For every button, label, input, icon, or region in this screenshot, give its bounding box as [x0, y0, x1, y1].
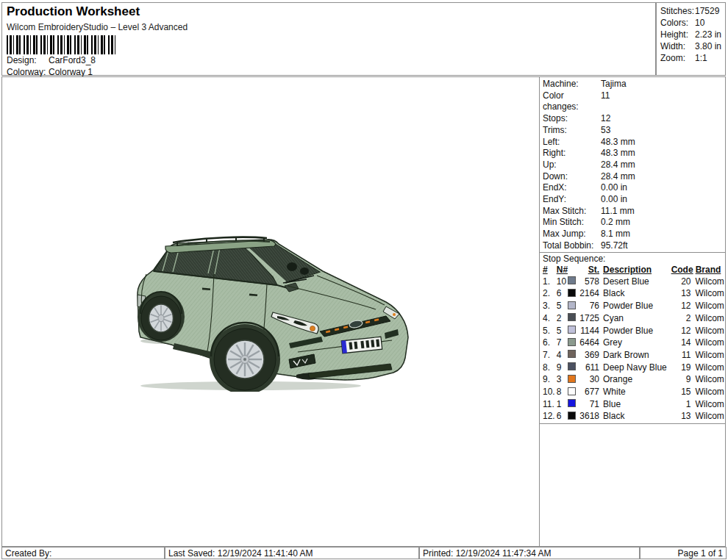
thread-description: White [599, 387, 671, 398]
thread-brand: Wilcom [691, 288, 726, 300]
machine-info-row: EndX: 0.00 in [543, 182, 726, 194]
thread-swatch-cell [568, 301, 577, 313]
machine-info-label: EndY: [543, 194, 601, 206]
thread-code: 20 [671, 276, 691, 288]
thread-code: 13 [671, 411, 691, 423]
stitch-count: 6464 [577, 337, 599, 349]
thread-description: Blue [599, 399, 671, 411]
stop-sequence-header: # N# St. Description Code Brand [543, 265, 726, 276]
machine-info-label: Up: [543, 159, 601, 171]
stop-sequence-row: 7. 4 369 Dark Brown 11 Wilcom [543, 349, 726, 362]
production-worksheet-page: Production Worksheet Wilcom EmbroiderySt… [0, 0, 728, 560]
stop-sequence-row: 11. 1 71 Blue 1 Wilcom [543, 398, 726, 411]
col-code: Code [671, 265, 691, 276]
page-title: Production Worksheet [7, 4, 140, 19]
machine-info-row: EndY: 0.00 in [543, 194, 726, 206]
summary-label: Stitches: [660, 5, 695, 17]
needle-number: 7 [557, 337, 568, 349]
machine-info-label: Down: [543, 171, 601, 183]
thread-swatch-cell [568, 337, 577, 350]
summary-row: Width: 3.80 in [660, 40, 725, 52]
thread-swatch-cell [568, 312, 577, 325]
stitch-count: 369 [577, 350, 599, 362]
summary-label: Colors: [660, 17, 695, 29]
machine-info-value: 0.00 in [601, 194, 627, 206]
thread-description: Cyan [599, 313, 671, 325]
thread-color-swatch [568, 313, 576, 321]
stop-sequence-row: 2. 6 2164 Black 13 Wilcom [543, 288, 726, 301]
col-description: Description [599, 265, 671, 276]
stitch-count: 30 [577, 374, 599, 386]
summary-value: 10 [695, 17, 704, 29]
summary-panel: Stitches: 17529 Colors: 10 Height: 2.23 … [656, 2, 726, 76]
needle-number: 8 [557, 387, 568, 398]
thread-swatch-cell [568, 362, 577, 374]
design-label: Design: [7, 55, 49, 66]
created-by-cell: Created By: [1, 547, 165, 559]
stitch-count: 71 [577, 399, 599, 411]
stop-sequence-row: 6. 7 6464 Grey 14 Wilcom [543, 337, 726, 350]
machine-info-row: Trims: 53 [543, 125, 726, 137]
thread-color-swatch [568, 375, 576, 383]
thread-swatch-cell [568, 411, 577, 423]
design-value: CarFord3_8 [49, 55, 96, 66]
thread-color-swatch [568, 338, 576, 346]
needle-number: 10 [557, 276, 568, 288]
front-wheel [214, 329, 276, 390]
thread-color-swatch [568, 301, 576, 309]
summary-label: Width: [660, 40, 695, 52]
thread-color-swatch [568, 289, 576, 297]
thread-swatch-cell [568, 387, 577, 399]
machine-info-label: Left: [543, 137, 601, 148]
needle-number: 5 [557, 301, 568, 312]
thread-brand: Wilcom [691, 350, 726, 362]
design-row: Design: CarFord3_8 [7, 55, 96, 66]
design-preview [133, 223, 416, 392]
thread-brand: Wilcom [691, 301, 726, 312]
thread-brand: Wilcom [691, 326, 726, 337]
machine-info-label: Color changes: [543, 90, 601, 113]
thread-brand: Wilcom [691, 362, 726, 374]
thread-color-swatch [568, 276, 576, 284]
machine-info-row: Min Stitch: 0.2 mm [543, 217, 726, 229]
col-stitches: St. [577, 265, 600, 276]
thread-color-swatch [568, 387, 576, 395]
thread-description: Powder Blue [599, 301, 671, 312]
stop-number: 7. [543, 350, 557, 362]
machine-info-row: Total Bobbin: 95.72ft [543, 240, 726, 252]
stop-sequence-row: 5. 5 1144 Powder Blue 12 Wilcom [543, 325, 726, 337]
machine-info-row: Machine: Tajima [543, 79, 726, 90]
machine-info-row: Left: 48.3 mm [543, 137, 726, 148]
machine-panel: Machine: Tajima Color changes: 11 Stops:… [539, 77, 726, 546]
machine-info-value: 11.1 mm [601, 206, 635, 218]
thread-code: 2 [671, 313, 691, 325]
machine-info-value: 95.72ft [601, 240, 628, 252]
machine-info-value: 0.2 mm [601, 217, 630, 229]
stitch-count: 3618 [577, 411, 599, 423]
headlight-amber [310, 326, 315, 331]
summary-value: 17529 [695, 5, 719, 17]
summary-row: Height: 2.23 in [660, 29, 725, 40]
thread-description: Orange [599, 374, 671, 386]
stitch-count: 677 [577, 387, 599, 398]
stop-sequence-row: 10. 8 677 White 15 Wilcom [543, 387, 726, 399]
stop-number: 6. [543, 337, 557, 349]
machine-info-row: Up: 28.4 mm [543, 159, 726, 171]
thread-description: Powder Blue [599, 326, 671, 337]
printed-cell: Printed: 12/19/2024 11:47:34 AM [419, 547, 640, 559]
stop-sequence-row: 4. 2 1725 Cyan 2 Wilcom [543, 312, 726, 325]
needle-number: 6 [557, 411, 568, 423]
thread-code: 19 [671, 362, 691, 374]
summary-label: Height: [660, 29, 695, 40]
thread-brand: Wilcom [691, 387, 726, 398]
header-panel: Production Worksheet Wilcom EmbroiderySt… [1, 2, 656, 76]
thread-swatch-cell [568, 288, 577, 301]
stop-sequence-row: 12. 6 3618 Black 13 Wilcom [543, 411, 726, 423]
car-embroidery-graphic [133, 223, 416, 392]
thread-description: Black [599, 288, 671, 300]
machine-info-label: Max Stitch: [543, 206, 601, 218]
summary-row: Stitches: 17529 [660, 5, 725, 17]
app-subtitle: Wilcom EmbroideryStudio – Level 3 Advanc… [7, 22, 188, 32]
thread-code: 9 [671, 374, 691, 386]
machine-info-list: Machine: Tajima Color changes: 11 Stops:… [540, 77, 726, 253]
